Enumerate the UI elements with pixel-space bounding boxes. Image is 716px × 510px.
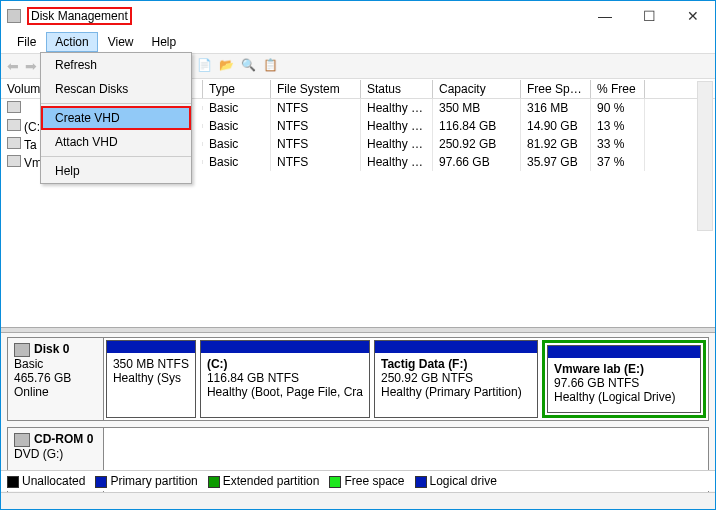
disk-name: CD-ROM 0 (34, 432, 93, 446)
forward-icon: ➡ (25, 58, 37, 74)
status-bar (1, 492, 715, 509)
window-title: Disk Management (27, 7, 132, 25)
menu-help-item[interactable]: Help (41, 159, 191, 183)
partition[interactable]: Tactig Data (F:)250.92 GB NTFSHealthy (P… (374, 340, 538, 418)
menu-create-vhd[interactable]: Create VHD (41, 106, 191, 130)
menu-bar: File Action View Help (1, 31, 715, 53)
properties-icon[interactable]: 📄 (197, 58, 213, 74)
legend-item: Logical drive (415, 474, 497, 488)
col-freespace[interactable]: Free Spa... (521, 80, 591, 98)
back-icon: ⬅ (7, 58, 19, 74)
disk-info: Disk 0 Basic 465.76 GB Online (8, 338, 104, 420)
disk-row[interactable]: Disk 0 Basic 465.76 GB Online 350 MB NTF… (7, 337, 709, 421)
disk-size: 465.76 GB (14, 371, 97, 385)
menu-view[interactable]: View (100, 33, 142, 51)
menu-separator (41, 156, 191, 157)
disk-type: DVD (G:) (14, 447, 97, 461)
col-capacity[interactable]: Capacity (433, 80, 521, 98)
app-icon (7, 9, 21, 23)
col-filesystem[interactable]: File System (271, 80, 361, 98)
extended-partition[interactable]: Vmware lab (E:)97.66 GB NTFSHealthy (Log… (542, 340, 706, 418)
menu-action[interactable]: Action (46, 32, 97, 52)
scrollbar[interactable] (697, 81, 713, 231)
col-type[interactable]: Type (203, 80, 271, 98)
legend-item: Extended partition (208, 474, 320, 488)
menu-file[interactable]: File (9, 33, 44, 51)
legend-item: Unallocated (7, 474, 85, 488)
menu-help[interactable]: Help (144, 33, 185, 51)
maximize-button[interactable]: ☐ (627, 2, 671, 30)
menu-rescan-disks[interactable]: Rescan Disks (41, 77, 191, 101)
col-pctfree[interactable]: % Free (591, 80, 645, 98)
disk-state: Online (14, 385, 97, 399)
legend: UnallocatedPrimary partitionExtended par… (1, 470, 715, 491)
action-dropdown: Refresh Rescan Disks Create VHD Attach V… (40, 52, 192, 184)
legend-item: Primary partition (95, 474, 197, 488)
menu-refresh[interactable]: Refresh (41, 53, 191, 77)
disk-type: Basic (14, 357, 97, 371)
partition[interactable]: 350 MB NTFSHealthy (Sys (106, 340, 196, 418)
help-icon[interactable]: 🔍 (241, 58, 257, 74)
close-button[interactable]: ✕ (671, 2, 715, 30)
partition[interactable]: (C:)116.84 GB NTFSHealthy (Boot, Page Fi… (200, 340, 370, 418)
settings-icon[interactable]: 📋 (263, 58, 279, 74)
refresh-icon[interactable]: 📂 (219, 58, 235, 74)
legend-item: Free space (329, 474, 404, 488)
disk-name: Disk 0 (34, 342, 69, 356)
menu-separator (41, 103, 191, 104)
menu-attach-vhd[interactable]: Attach VHD (41, 130, 191, 154)
minimize-button[interactable]: — (583, 2, 627, 30)
cdrom-icon (14, 433, 30, 447)
disk-icon (14, 343, 30, 357)
col-status[interactable]: Status (361, 80, 433, 98)
title-bar: Disk Management — ☐ ✕ (1, 1, 715, 31)
